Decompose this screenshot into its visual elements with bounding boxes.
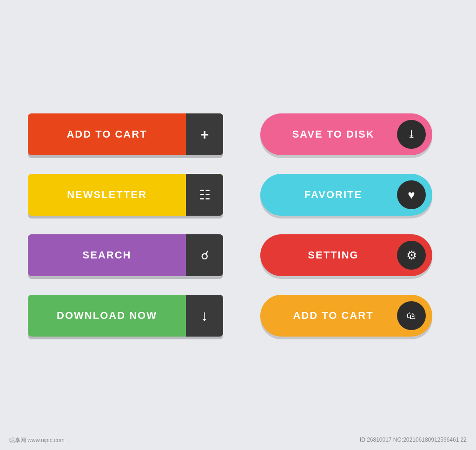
gear-icon-glyph: ⚙ <box>406 248 417 263</box>
right-column: SAVE TO DISK ⤓ FAVORITE ♥ SETTING ⚙ ADD … <box>260 113 448 337</box>
heart-icon-glyph: ♥ <box>408 188 415 202</box>
search-rect-button[interactable]: SEARCH ☌ <box>28 234 223 276</box>
setting-pill-button[interactable]: SETTING ⚙ <box>260 234 432 276</box>
cart-icon-glyph: 🛍 <box>407 311 416 321</box>
download-icon-glyph <box>201 307 208 324</box>
gear-icon: ⚙ <box>397 241 426 270</box>
save-to-disk-pill-label: SAVE TO DISK <box>260 128 397 140</box>
add-to-cart-pill-button[interactable]: ADD TO CART 🛍 <box>260 295 432 337</box>
favorite-pill-button[interactable]: FAVORITE ♥ <box>260 174 432 216</box>
plus-icon-glyph <box>200 126 209 143</box>
search-icon: ☌ <box>186 234 223 276</box>
newsletter-rect-button[interactable]: NEWSLETTER ☷ <box>28 174 223 216</box>
setting-pill-label: SETTING <box>260 249 397 261</box>
disk-icon: ⤓ <box>397 120 426 149</box>
add-to-cart-rect-label: ADD TO CART <box>28 113 186 155</box>
disk-icon-glyph: ⤓ <box>407 128 416 140</box>
add-to-cart-pill-label: ADD TO CART <box>260 310 397 322</box>
download-rect-label: DOWNLOAD NOW <box>28 295 186 337</box>
plus-icon <box>186 113 223 155</box>
favorite-pill-label: FAVORITE <box>260 189 397 201</box>
download-icon <box>186 295 223 337</box>
newsletter-rect-label: NEWSLETTER <box>28 174 186 216</box>
search-icon-glyph: ☌ <box>201 248 209 263</box>
save-to-disk-pill-button[interactable]: SAVE TO DISK ⤓ <box>260 113 432 155</box>
newsletter-icon-glyph: ☷ <box>199 187 211 203</box>
newsletter-icon: ☷ <box>186 174 223 216</box>
watermark-right: ID:26810017 NO:202106180912596461 22 <box>360 437 467 444</box>
button-showcase: ADD TO CART NEWSLETTER ☷ SEARCH ☌ DOWNLO… <box>0 86 476 364</box>
heart-icon: ♥ <box>397 180 426 209</box>
cart-icon: 🛍 <box>397 301 426 330</box>
download-rect-button[interactable]: DOWNLOAD NOW <box>28 295 223 337</box>
watermark: 昵享网 www.nipic.com ID:26810017 NO:2021061… <box>0 437 476 444</box>
left-column: ADD TO CART NEWSLETTER ☷ SEARCH ☌ DOWNLO… <box>28 113 223 337</box>
watermark-left: 昵享网 www.nipic.com <box>9 437 65 444</box>
search-rect-label: SEARCH <box>28 234 186 276</box>
add-to-cart-rect-button[interactable]: ADD TO CART <box>28 113 223 155</box>
